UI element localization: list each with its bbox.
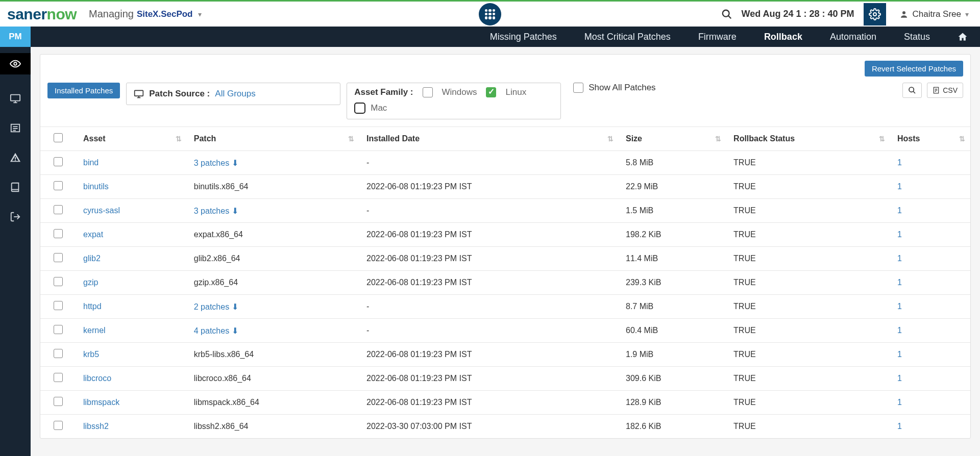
cell-size: 1.5 MiB <box>619 199 726 223</box>
nav-missing-patches[interactable]: Missing Patches <box>490 32 557 42</box>
chevron-down-icon[interactable]: ▾ <box>198 10 202 18</box>
row-checkbox[interactable] <box>54 373 63 382</box>
logo[interactable]: sanernow <box>7 6 77 23</box>
cell-status: TRUE <box>726 343 890 367</box>
asset-link[interactable]: bind <box>83 158 99 167</box>
checkbox-mac[interactable] <box>354 103 365 114</box>
hosts-link[interactable]: 1 <box>897 230 902 239</box>
show-all-label: Show All Patches <box>589 83 655 93</box>
cell-size: 11.4 MiB <box>619 247 726 271</box>
rail-alert[interactable] <box>10 152 21 163</box>
patch-text: libssh2.x86_64 <box>194 422 249 430</box>
checkbox-windows[interactable] <box>423 87 433 97</box>
nav-status[interactable]: Status <box>904 32 930 42</box>
hosts-link[interactable]: 1 <box>897 302 902 311</box>
hosts-link[interactable]: 1 <box>897 206 902 215</box>
rail-monitor[interactable] <box>10 93 21 104</box>
col-patch[interactable]: Patch⇅ <box>187 127 359 151</box>
hosts-link[interactable]: 1 <box>897 422 902 430</box>
hosts-link[interactable]: 1 <box>897 350 902 359</box>
row-checkbox[interactable] <box>54 229 63 238</box>
row-checkbox[interactable] <box>54 349 63 358</box>
asset-link[interactable]: httpd <box>83 302 102 311</box>
patch-expand-link[interactable]: 3 patches ⬇ <box>194 207 238 215</box>
arrow-down-icon: ⬇ <box>232 207 238 215</box>
asset-link[interactable]: libmspack <box>83 398 119 407</box>
hosts-link[interactable]: 1 <box>897 278 902 287</box>
rail-list[interactable] <box>10 122 21 134</box>
table-row: krb5krb5-libs.x86_642022-06-08 01:19:23 … <box>40 343 970 367</box>
top-right: Wed Aug 24 1 : 28 : 40 PM Chaitra Sree ▾ <box>721 3 973 26</box>
pm-badge[interactable]: PM <box>0 27 31 47</box>
mac-label: Mac <box>371 103 387 113</box>
export-csv-button[interactable]: CSV <box>927 83 963 98</box>
patch-text: binutils.x86_64 <box>194 182 249 191</box>
show-all-toggle[interactable]: Show All Patches <box>573 83 655 93</box>
revert-selected-button[interactable]: Revert Selected Patches <box>865 61 963 77</box>
patch-text: libcroco.x86_64 <box>194 374 251 383</box>
rail-logout[interactable] <box>10 211 21 222</box>
cell-date: 2022-06-08 01:19:23 PM IST <box>359 223 619 247</box>
asset-link[interactable]: libcroco <box>83 374 111 383</box>
asset-link[interactable]: glib2 <box>83 254 101 263</box>
cell-date: 2022-06-08 01:19:23 PM IST <box>359 271 619 295</box>
col-date[interactable]: Installed Date⇅ <box>359 127 619 151</box>
patch-source-select[interactable]: Patch Source : All Groups <box>126 83 340 105</box>
asset-link[interactable]: gzip <box>83 278 98 287</box>
svg-rect-12 <box>15 157 16 160</box>
asset-link[interactable]: cyrus-sasl <box>83 206 120 215</box>
nav-rollback[interactable]: Rollback <box>764 32 802 42</box>
nav-firmware[interactable]: Firmware <box>698 32 737 42</box>
sort-icon: ⇅ <box>959 135 965 143</box>
apps-menu-button[interactable] <box>479 3 501 26</box>
row-checkbox[interactable] <box>54 301 63 310</box>
col-asset[interactable]: Asset⇅ <box>76 127 187 151</box>
row-checkbox[interactable] <box>54 253 63 262</box>
checkbox-show-all[interactable] <box>573 83 583 93</box>
select-all-checkbox[interactable] <box>54 133 63 142</box>
main-area: Revert Selected Patches Installed Patche… <box>31 47 980 456</box>
hosts-link[interactable]: 1 <box>897 374 902 383</box>
site-dropdown[interactable]: SiteX.SecPod <box>137 9 193 19</box>
search-icon[interactable] <box>721 9 732 20</box>
col-status[interactable]: Rollback Status⇅ <box>726 127 890 151</box>
sort-icon: ⇅ <box>607 135 614 143</box>
hosts-link[interactable]: 1 <box>897 254 902 263</box>
rail-eye[interactable] <box>0 53 31 74</box>
asset-link[interactable]: kernel <box>83 326 106 335</box>
asset-link[interactable]: binutils <box>83 182 109 191</box>
installed-patches-pill[interactable]: Installed Patches <box>47 83 120 98</box>
nav-home-icon[interactable] <box>958 32 968 42</box>
hosts-link[interactable]: 1 <box>897 158 902 167</box>
row-checkbox[interactable] <box>54 325 63 334</box>
patch-expand-link[interactable]: 2 patches ⬇ <box>194 302 238 311</box>
hosts-link[interactable]: 1 <box>897 182 902 191</box>
patch-expand-link[interactable]: 4 patches ⬇ <box>194 326 238 335</box>
asset-link[interactable]: krb5 <box>83 350 99 359</box>
settings-button[interactable] <box>864 3 886 26</box>
cell-date: 2022-06-08 01:19:23 PM IST <box>359 175 619 199</box>
col-size[interactable]: Size⇅ <box>619 127 726 151</box>
cell-date: - <box>359 199 619 223</box>
arrow-down-icon: ⬇ <box>232 302 238 311</box>
row-checkbox[interactable] <box>54 277 63 286</box>
col-hosts[interactable]: Hosts⇅ <box>890 127 970 151</box>
table-search-button[interactable] <box>902 83 922 98</box>
cell-size: 198.2 KiB <box>619 223 726 247</box>
hosts-link[interactable]: 1 <box>897 326 902 335</box>
row-checkbox[interactable] <box>54 421 63 430</box>
logo-part2: now <box>47 6 77 22</box>
checkbox-linux[interactable] <box>486 87 496 97</box>
user-menu[interactable]: Chaitra Sree ▾ <box>895 9 973 19</box>
row-checkbox[interactable] <box>54 157 63 166</box>
row-checkbox[interactable] <box>54 181 63 190</box>
asset-link[interactable]: libssh2 <box>83 422 109 430</box>
nav-most-critical-patches[interactable]: Most Critical Patches <box>584 32 671 42</box>
hosts-link[interactable]: 1 <box>897 398 902 407</box>
row-checkbox[interactable] <box>54 397 63 406</box>
patch-expand-link[interactable]: 3 patches ⬇ <box>194 159 238 167</box>
row-checkbox[interactable] <box>54 205 63 214</box>
asset-link[interactable]: expat <box>83 230 103 239</box>
rail-book[interactable] <box>10 182 21 193</box>
nav-automation[interactable]: Automation <box>830 32 876 42</box>
